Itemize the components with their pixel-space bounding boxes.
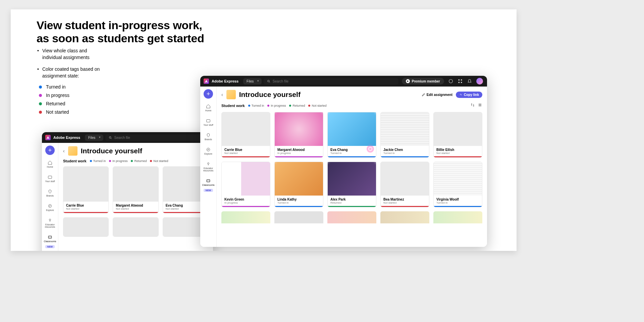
- nav-educator[interactable]: Educator resources: [201, 160, 216, 173]
- student-card[interactable]: [327, 211, 376, 223]
- nav-your-stuff[interactable]: Your stuff: [201, 117, 216, 127]
- nav-brands[interactable]: Brands: [201, 131, 216, 142]
- nav-home[interactable]: Home: [43, 159, 57, 169]
- student-card[interactable]: [274, 211, 323, 223]
- sort-icon[interactable]: [470, 103, 475, 109]
- topbar: Adobe Express Files: [42, 132, 213, 143]
- student-name: Eva Chang: [166, 204, 205, 207]
- status-filter-legend: Turned in In progress Returned Not start…: [90, 159, 168, 163]
- create-fab[interactable]: +: [204, 89, 213, 99]
- student-card[interactable]: Margaret AtwoodIn progress: [274, 112, 323, 158]
- nav-explore[interactable]: Explore: [43, 202, 57, 213]
- student-card[interactable]: Carrie BlueNot started: [63, 166, 109, 213]
- svg-point-20: [209, 180, 209, 181]
- svg-rect-14: [461, 82, 462, 83]
- adobe-logo-icon: [204, 78, 209, 84]
- dot-in-progress: [39, 94, 42, 97]
- app-window-after: Adobe Express Files ✦Premium member + Ho…: [200, 76, 487, 247]
- assignment-thumb-icon: [226, 90, 236, 99]
- nav-home[interactable]: Home: [201, 103, 216, 113]
- student-name: Linda Kathy: [277, 198, 320, 201]
- search-icon: [267, 79, 271, 83]
- nav-your-stuff[interactable]: Your stuff: [43, 173, 57, 184]
- student-card[interactable]: [380, 211, 429, 223]
- bell-icon[interactable]: [467, 78, 472, 84]
- student-card[interactable]: Eva ChangTurned in: [327, 112, 376, 158]
- back-arrow-icon[interactable]: ‹: [221, 92, 223, 97]
- student-card[interactable]: [433, 211, 482, 223]
- student-status: Turned in: [436, 201, 479, 204]
- nav-classrooms[interactable]: Classrooms: [201, 177, 216, 187]
- student-name: Carrie Blue: [66, 204, 106, 207]
- svg-rect-15: [207, 120, 210, 122]
- student-card[interactable]: [221, 211, 270, 223]
- edit-assignment-link[interactable]: Edit assignment: [422, 93, 452, 97]
- student-work-label: Student work: [63, 159, 87, 163]
- svg-point-4: [49, 219, 51, 221]
- slide-canvas: View student in-progress work, as soon a…: [11, 9, 517, 251]
- feature-heading: View student in-progress work, as soon a…: [37, 19, 204, 45]
- student-card[interactable]: Carrie BlueNot started: [221, 112, 270, 158]
- dot-turned-in: [39, 86, 42, 89]
- student-card[interactable]: Jackie ChenTurned in: [380, 112, 429, 158]
- svg-rect-11: [459, 79, 460, 80]
- svg-rect-2: [48, 176, 52, 179]
- nav-explore[interactable]: Explore: [201, 146, 216, 156]
- search-box[interactable]: [105, 135, 210, 141]
- nav-classrooms[interactable]: Classrooms: [43, 233, 57, 244]
- student-name: Jackie Chen: [383, 148, 426, 152]
- svg-point-19: [207, 180, 208, 181]
- svg-point-10: [449, 79, 453, 83]
- student-name: Margaret Atwood: [277, 148, 320, 152]
- tap-indicator-icon: [367, 145, 374, 153]
- student-card[interactable]: Kevin GreenIn progress: [221, 162, 270, 207]
- create-fab[interactable]: +: [45, 146, 55, 155]
- dot-returned: [39, 102, 42, 105]
- search-box[interactable]: [264, 78, 398, 85]
- dot-not-started: [39, 111, 42, 114]
- student-status: Not started: [383, 201, 426, 204]
- student-card[interactable]: Virginia WoolfTurned in: [433, 162, 482, 207]
- files-dropdown[interactable]: Files: [243, 78, 262, 85]
- avatar[interactable]: [476, 78, 483, 85]
- list-view-icon[interactable]: [478, 103, 482, 109]
- student-status: In progress: [277, 152, 320, 155]
- student-card[interactable]: Margaret AtwoodNot started: [113, 166, 158, 213]
- student-card[interactable]: Billie EilishNot started: [433, 112, 482, 158]
- files-dropdown[interactable]: Files: [85, 135, 103, 141]
- student-name: Alex Park: [330, 198, 373, 201]
- student-card[interactable]: [113, 217, 158, 237]
- svg-point-16: [207, 148, 210, 151]
- student-card[interactable]: [63, 217, 109, 237]
- new-badge: NEW: [204, 189, 213, 192]
- student-card[interactable]: Linda KathyTurned in: [274, 162, 323, 207]
- brand-label: Adobe Express: [53, 136, 80, 140]
- card-row-peek: [221, 211, 482, 223]
- student-name: Billie Eilish: [436, 148, 479, 152]
- link-icon: [459, 93, 463, 96]
- status-legend: Turned in In progress Returned Not start…: [39, 84, 69, 118]
- nav-educator[interactable]: Educator resources: [43, 217, 57, 229]
- new-badge: NEW: [45, 245, 55, 248]
- student-card[interactable]: Bea MartinezNot started: [380, 162, 429, 207]
- compass-icon[interactable]: [448, 78, 453, 84]
- brand-label: Adobe Express: [212, 79, 238, 83]
- apps-grid-icon[interactable]: [458, 78, 463, 84]
- adobe-logo-icon: [45, 135, 51, 140]
- student-status: Not started: [224, 152, 267, 155]
- back-arrow-icon[interactable]: ‹: [63, 148, 65, 154]
- student-card[interactable]: Alex ParkReturned: [327, 162, 376, 207]
- search-input[interactable]: [273, 79, 395, 83]
- copy-link-button[interactable]: Copy link: [456, 92, 482, 98]
- search-input[interactable]: [114, 136, 206, 140]
- pencil-icon: [422, 93, 425, 97]
- status-filter-legend: Turned in In progress Returned Not start…: [248, 104, 327, 107]
- main-area: ‹ Introduce yourself Edit assignment Cop…: [217, 87, 487, 247]
- student-name: Margaret Atwood: [116, 204, 155, 207]
- student-name: Carrie Blue: [224, 148, 267, 152]
- student-status: Returned: [330, 201, 373, 204]
- nav-brands[interactable]: Brands: [43, 188, 57, 198]
- svg-rect-12: [461, 79, 462, 80]
- premium-badge[interactable]: ✦Premium member: [402, 78, 444, 85]
- student-status: Turned in: [277, 201, 320, 204]
